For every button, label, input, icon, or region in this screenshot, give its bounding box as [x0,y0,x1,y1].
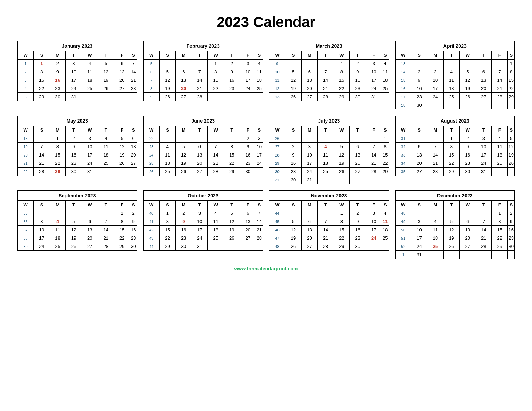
day-cell: 28 [269,151,285,159]
day-cell: 22 [34,84,50,93]
day-cell: 22 [334,234,349,242]
day-cell: 10 [66,68,82,76]
day-cell: 26 [114,159,130,168]
day-cell: 30 [130,242,137,251]
day-cell: 14 [34,151,50,159]
day-cell [159,60,175,68]
day-cell: 6 [240,209,256,217]
day-cell: 20 [301,84,317,93]
day-cell: 11 [82,68,98,76]
day-cell: 13 [114,68,130,76]
day-header: W [395,201,411,209]
day-cell: 12 [114,143,130,151]
day-header: S [411,201,427,209]
day-cell: 17 [395,93,411,101]
day-cell: 17 [411,234,427,242]
day-header: S [508,51,515,60]
day-cell: 16 [395,84,411,93]
day-cell: 1 [18,60,34,68]
day-cell: 10 [192,217,207,226]
day-header: T [350,51,366,60]
day-cell: 25 [443,93,459,101]
day-header: M [301,51,317,60]
day-cell: 5 [159,68,175,76]
day-header: S [382,51,389,60]
day-cell: 3 [256,134,263,143]
day-cell: 27 [192,168,207,176]
day-cell: 9 [143,93,159,101]
day-cell: 2 [411,68,427,76]
day-cell: 16 [350,76,366,84]
day-cell: 14 [492,76,508,84]
day-cell: 27 [350,168,366,176]
day-cell: 30 [285,176,301,184]
day-cell: 15 [492,226,508,234]
day-header: S [159,126,175,134]
day-cell: 3 [240,60,256,68]
day-cell: 12 [334,151,349,159]
day-header: S [411,51,427,60]
day-cell [34,134,50,143]
day-header: S [285,51,301,60]
day-cell: 25 [492,159,508,168]
day-header: S [159,201,175,209]
day-cell: 27 [301,93,317,101]
day-cell: 17 [366,76,382,84]
day-cell: 17 [82,151,98,159]
day-cell: 23 [285,168,301,176]
day-header: S [34,201,50,209]
day-header: S [382,126,389,134]
day-cell: 18 [18,134,34,143]
day-cell: 13 [130,143,137,151]
day-cell: 21 [427,159,443,168]
day-cell: 29 [443,168,459,176]
day-cell: 4 [427,217,443,226]
day-cell: 12 [285,226,301,234]
day-cell: 24 [476,159,491,168]
day-header: F [492,126,508,134]
day-cell: 28 [208,168,224,176]
day-header: T [66,126,82,134]
day-header: W [334,51,349,60]
day-cell: 4 [18,84,34,93]
day-header: W [208,126,224,134]
day-cell: 20 [476,84,491,93]
day-cell [508,101,515,109]
day-cell: 8 [382,143,389,151]
day-header: T [98,201,114,209]
day-header: W [460,51,476,60]
day-header: W [18,51,34,60]
day-cell: 27 [411,168,427,176]
day-cell: 6 [301,217,317,226]
day-cell: 26 [285,242,301,251]
day-cell: 23 [130,234,137,242]
day-cell: 7 [366,143,382,151]
day-cell: 22 [50,159,65,168]
day-cell: 16 [411,84,427,93]
day-header: T [318,51,334,60]
month-title: February 2023 [143,41,263,51]
day-cell [460,209,476,217]
day-cell: 1 [224,134,240,143]
day-cell: 17 [192,226,207,234]
day-cell [382,93,389,101]
day-cell: 10 [256,143,263,151]
day-cell: 11 [443,76,459,84]
day-cell [301,209,317,217]
day-cell: 18 [318,159,334,168]
day-header: W [143,51,159,60]
day-cell: 7 [318,68,334,76]
day-cell: 37 [18,226,34,234]
day-cell [427,209,443,217]
day-cell [192,60,207,68]
day-header: T [476,126,491,134]
day-header: F [114,126,130,134]
day-cell: 3 [18,76,34,84]
day-cell: 12 [98,68,114,76]
day-cell: 30 [240,168,256,176]
day-cell [114,168,130,176]
day-header: M [301,126,317,134]
day-header: T [224,201,240,209]
footer-link[interactable]: www.freecalendarprint.com [7,266,525,271]
day-cell: 9 [50,68,65,76]
